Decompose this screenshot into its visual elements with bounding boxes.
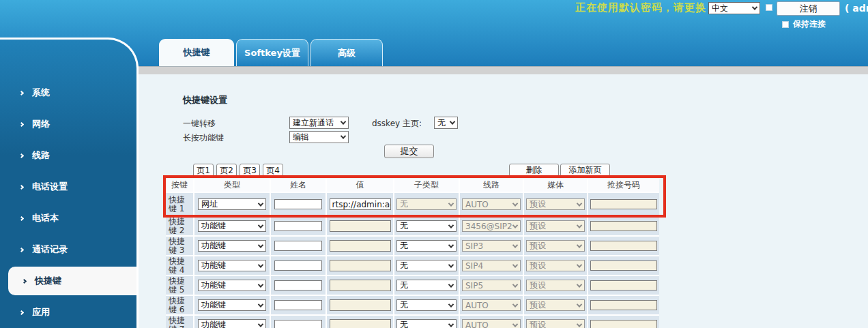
name-input[interactable] (274, 199, 322, 209)
default-password-warning: 正在使用默认密码，请更换 (575, 1, 706, 14)
line-select[interactable]: AUTO (462, 198, 521, 210)
tab-快捷键[interactable]: 快捷键 (159, 39, 234, 66)
name-input[interactable] (274, 300, 322, 310)
subtype-select[interactable]: 无 (396, 220, 457, 232)
name-input[interactable] (274, 320, 322, 328)
type-select[interactable]: 功能键 (198, 319, 266, 328)
sidebar-item-电话本[interactable]: 电话本 (0, 203, 136, 234)
table-row: 快捷 键 6 功能键 无 AUTO 预设 (166, 296, 659, 314)
type-select[interactable]: 功能键 (198, 240, 266, 252)
line-select[interactable]: SIP4 (462, 260, 521, 271)
sidebar-item-label: 电话设置 (32, 181, 68, 193)
line-select[interactable]: SIP5 (462, 280, 521, 291)
shortcut-key-table: 按键类型姓名值子类型线路媒体抢接号码 快捷 键 1 网址 rtsp://admi… (166, 179, 659, 328)
subtype-select[interactable]: 无 (396, 260, 457, 271)
add-page-button[interactable]: 添加新页 (560, 164, 610, 177)
tabbar-divider (139, 66, 868, 74)
transfer-select[interactable]: 建立新通话 (289, 117, 349, 129)
value-input[interactable] (330, 299, 391, 311)
delete-button[interactable]: 删除 (509, 164, 559, 177)
name-input[interactable] (274, 221, 322, 231)
pickup-input[interactable] (590, 280, 657, 290)
line-select[interactable]: 3456@SIP2 (462, 220, 521, 232)
subtype-select[interactable]: 无 (396, 299, 457, 311)
longpress-select[interactable]: 编辑 (289, 131, 349, 143)
language-select[interactable]: 中文 (708, 2, 760, 14)
pickup-input[interactable] (590, 320, 657, 328)
chevron-down-icon (448, 282, 454, 287)
line-select[interactable]: AUTO (462, 319, 521, 328)
line-select[interactable]: SIP3 (462, 240, 521, 252)
chevron-down-icon (577, 262, 582, 267)
sidebar-item-线路[interactable]: 线路 (0, 140, 136, 171)
value-input[interactable]: rtsp://admin:admin (330, 198, 391, 210)
sidebar-item-label: 应用 (32, 306, 50, 318)
tab-Softkey设置[interactable]: Softkey设置 (236, 39, 308, 66)
page-tab-页2[interactable]: 页2 (216, 164, 237, 177)
line-select[interactable]: AUTO (462, 299, 521, 311)
sidebar-item-label: 网络 (32, 118, 50, 130)
table-row: 快捷 键 1 网址 rtsp://admin:admin 无 AUTO 预设 (166, 193, 659, 215)
media-select[interactable]: 预设 (526, 198, 585, 210)
subtype-select[interactable]: 无 (396, 319, 457, 328)
sidebar-item-快捷键[interactable]: 快捷键 (8, 267, 136, 295)
type-select[interactable]: 功能键 (198, 280, 266, 291)
table-row: 快捷 键 7 功能键 无 AUTO 预设 (166, 316, 659, 328)
dsskey-home-select[interactable]: 无 (434, 117, 458, 129)
logout-button[interactable]: 注销 (777, 1, 840, 16)
column-header: 类型 (194, 179, 270, 192)
keep-alive-checkbox[interactable] (782, 21, 789, 28)
media-select[interactable]: 预设 (526, 319, 585, 328)
value-input[interactable] (330, 240, 391, 252)
sidebar-item-网络[interactable]: 网络 (0, 108, 136, 140)
type-select[interactable]: 功能键 (198, 260, 266, 271)
value-input[interactable] (330, 319, 391, 328)
value-input[interactable] (330, 280, 391, 291)
tab-高级[interactable]: 高级 (310, 39, 383, 66)
chevron-down-icon (258, 282, 263, 287)
name-input[interactable] (274, 260, 322, 271)
header-checkbox[interactable] (766, 4, 772, 11)
type-select[interactable]: 网址 (198, 198, 266, 210)
type-select[interactable]: 功能键 (198, 220, 266, 232)
sidebar-item-系统[interactable]: 系统 (0, 77, 136, 108)
media-select[interactable]: 预设 (526, 240, 585, 252)
sidebar-item-通话记录[interactable]: 通话记录 (0, 234, 136, 265)
chevron-right-icon (19, 153, 24, 158)
media-select[interactable]: 预设 (526, 260, 585, 271)
chevron-right-icon (19, 215, 24, 220)
subtype-select[interactable]: 无 (396, 280, 457, 291)
value-input[interactable] (330, 220, 391, 232)
pickup-input[interactable] (590, 221, 657, 231)
table-row: 快捷 键 4 功能键 无 SIP4 预设 (166, 256, 659, 275)
sidebar-item-电话设置[interactable]: 电话设置 (0, 171, 136, 203)
page-tab-页4[interactable]: 页4 (263, 164, 283, 177)
chevron-down-icon (258, 200, 263, 206)
keep-alive-control: 保持连接 (782, 18, 826, 30)
pickup-input[interactable] (590, 300, 657, 310)
page-tab-bar: 页1页2页3页4 (193, 164, 283, 177)
subtype-select[interactable]: 无 (396, 240, 457, 252)
table-row: 快捷 键 5 功能键 无 SIP5 预设 (166, 276, 659, 295)
media-select[interactable]: 预设 (526, 299, 585, 311)
type-select[interactable]: 功能键 (198, 299, 266, 311)
pickup-input[interactable] (590, 241, 657, 251)
table-header-row: 按键类型姓名值子类型线路媒体抢接号码 (166, 179, 659, 192)
pickup-input[interactable] (590, 199, 657, 209)
dsskey-home-label: dsskey 主页: (372, 118, 422, 130)
page-tab-页3[interactable]: 页3 (240, 164, 260, 177)
chevron-down-icon (258, 301, 263, 307)
media-select[interactable]: 预设 (526, 220, 585, 232)
chevron-right-icon (19, 184, 24, 189)
name-input[interactable] (274, 280, 322, 290)
media-select[interactable]: 预设 (526, 280, 585, 291)
submit-button[interactable]: 提交 (384, 145, 434, 158)
column-header: 值 (327, 179, 393, 192)
page-tab-页1[interactable]: 页1 (193, 164, 214, 177)
subtype-select[interactable]: 无 (396, 198, 457, 210)
pickup-input[interactable] (590, 260, 657, 271)
sidebar-item-应用[interactable]: 应用 (0, 297, 136, 328)
chevron-down-icon (512, 200, 518, 206)
name-input[interactable] (274, 241, 322, 251)
value-input[interactable] (330, 260, 391, 271)
